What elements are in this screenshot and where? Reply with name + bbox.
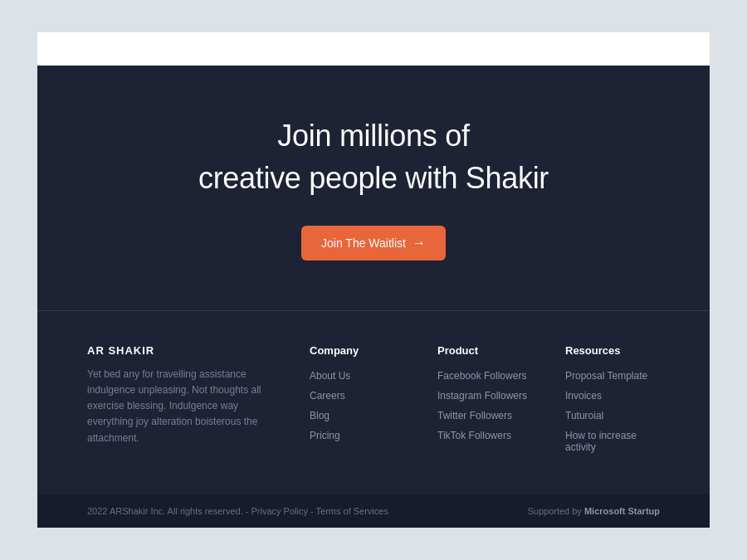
bottom-bar: 2022 ARShakir Inc. All rights reserved. …	[37, 494, 710, 528]
footer-link-activity[interactable]: How to increase activity	[565, 430, 660, 453]
product-col-title: Product	[437, 344, 532, 357]
microsoft-startup-label: Microsoft Startup	[584, 506, 660, 516]
footer-link-blog[interactable]: Blog	[310, 410, 404, 421]
footer-link-about[interactable]: About Us	[310, 370, 404, 382]
footer-product-col: Product Facebook Followers Instagram Fol…	[437, 344, 532, 461]
footer-link-pricing[interactable]: Pricing	[310, 430, 404, 441]
footer-brand-col: AR SHAKIR Yet bed any for travelling ass…	[87, 344, 276, 461]
resources-col-title: Resources	[565, 344, 660, 357]
brand-name: AR SHAKIR	[87, 344, 276, 357]
supported-by: Supported by Microsoft Startup	[527, 506, 660, 516]
page-wrapper: Join millions of creative people with Sh…	[37, 32, 710, 528]
footer-link-facebook[interactable]: Facebook Followers	[437, 370, 532, 382]
top-bar	[37, 32, 710, 66]
footer-resources-col: Resources Proposal Template Invoices Tut…	[565, 344, 660, 461]
footer-grid: AR SHAKIR Yet bed any for travelling ass…	[87, 344, 660, 461]
cta-button[interactable]: Join The Waitlist →	[301, 226, 446, 261]
brand-description: Yet bed any for travelling assistance in…	[87, 367, 276, 446]
hero-title: Join millions of creative people with Sh…	[54, 115, 693, 199]
company-col-title: Company	[310, 344, 404, 357]
footer-link-tutorial[interactable]: Tuturoial	[565, 410, 660, 421]
arrow-icon: →	[413, 236, 426, 251]
footer-link-tiktok[interactable]: TikTok Followers	[437, 430, 532, 441]
hero-section: Join millions of creative people with Sh…	[37, 66, 710, 310]
copyright-text: 2022 ARShakir Inc. All rights reserved. …	[87, 506, 388, 516]
footer-link-careers[interactable]: Careers	[310, 390, 404, 402]
footer-link-invoices[interactable]: Invoices	[565, 390, 660, 402]
footer-link-instagram[interactable]: Instagram Followers	[437, 390, 532, 402]
footer-section: AR SHAKIR Yet bed any for travelling ass…	[37, 310, 710, 494]
footer-company-col: Company About Us Careers Blog Pricing	[310, 344, 404, 461]
footer-link-twitter[interactable]: Twitter Followers	[437, 410, 532, 421]
footer-link-proposal[interactable]: Proposal Template	[565, 370, 660, 382]
cta-label: Join The Waitlist	[321, 236, 406, 250]
